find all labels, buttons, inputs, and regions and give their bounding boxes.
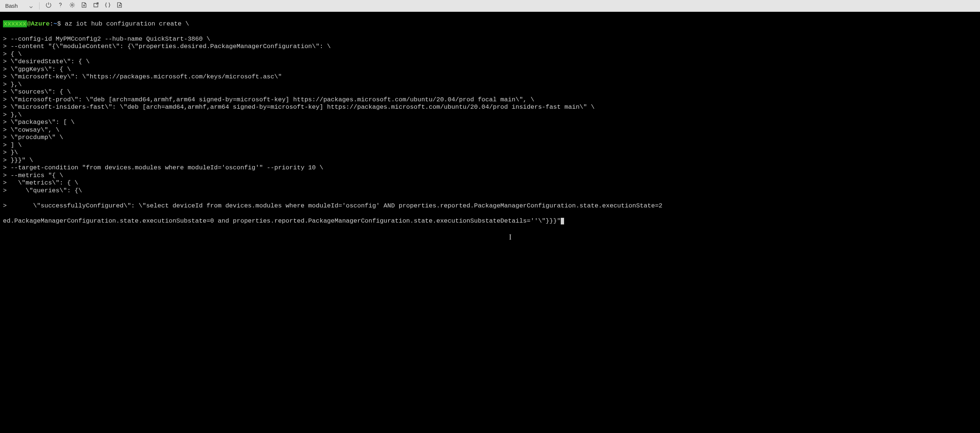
continuation-text: > --metrics "{ \	[3, 172, 63, 179]
settings-button[interactable]	[67, 1, 77, 11]
continuation-text: > }\	[3, 149, 18, 156]
continuation-text: > },\	[3, 111, 22, 118]
terminal-line: > \"metrics\": { \	[3, 179, 978, 187]
toolbar-divider	[39, 2, 40, 10]
continuation-text: > \"cowsay\", \	[3, 126, 59, 134]
shell-selector[interactable]: Bash	[2, 1, 35, 10]
restart-button[interactable]	[43, 1, 54, 11]
web-preview-button[interactable]	[114, 1, 124, 11]
terminal-line: > \"gpgKeys\": { \	[3, 66, 978, 73]
terminal-line: > \"microsoft-insiders-fast\": \"deb [ar…	[3, 104, 978, 111]
text-caret-indicator: I	[509, 233, 512, 241]
braces-icon	[105, 2, 111, 10]
continuation-text: > \"microsoft-prod\": \"deb [arch=amd64,…	[3, 96, 534, 103]
terminal-line: > },\	[3, 111, 978, 119]
continuation-text: > },\	[3, 81, 22, 88]
terminal-line: > \"microsoft-key\": \"https://packages.…	[3, 73, 978, 81]
prompt-at: @	[27, 20, 31, 27]
terminal-line: > }\	[3, 149, 978, 157]
terminal-line: > { \	[3, 51, 978, 58]
continuation-text: > \"queries\": {\	[3, 187, 82, 194]
continuation-wrap: ed.PackageManagerConfiguration.state.exe…	[3, 217, 561, 224]
continuation-text: > \"packages\": [ \	[3, 119, 75, 126]
terminal-line: > \"procdump\" \	[3, 134, 978, 142]
editor-button[interactable]	[102, 1, 113, 11]
prompt-dollar: $	[57, 20, 61, 27]
terminal-line: xxxxxx@Azure:~$ az iot hub configuration…	[3, 20, 978, 28]
prompt-host: Azure	[31, 20, 49, 27]
continuation-text: > --target-condition "from devices.modul…	[3, 164, 323, 171]
terminal-line: > }}}" \	[3, 157, 978, 165]
continuation-text: > \"sources\": { \	[3, 88, 71, 96]
terminal-line: > --metrics "{ \	[3, 172, 978, 180]
continuation-text: > \"metrics\": { \	[3, 179, 78, 186]
file-transfer-icon	[81, 2, 87, 10]
continuation-text: > \"microsoft-insiders-fast\": \"deb [ar…	[3, 104, 595, 110]
continuation-text: > { \	[3, 51, 22, 58]
terminal-line: > \"desiredState\": { \	[3, 58, 978, 66]
continuation-text: > ] \	[3, 142, 22, 149]
command-text: az iot hub configuration create \	[61, 20, 189, 27]
continuation-text: > \"microsoft-key\": \"https://packages.…	[3, 73, 282, 80]
terminal-line: > \"queries\": {\	[3, 187, 978, 195]
prompt-path: ~	[54, 20, 57, 27]
prompt-user: xxxxxx	[3, 20, 27, 27]
terminal-line: > \"packages\": [ \	[3, 119, 978, 126]
terminal-line: > --target-condition "from devices.modul…	[3, 164, 978, 172]
terminal-line: > \"microsoft-prod\": \"deb [arch=amd64,…	[3, 96, 978, 104]
gear-icon	[69, 2, 75, 10]
help-icon	[57, 2, 64, 10]
terminal-line: > --content "{\"moduleContent\": {\"prop…	[3, 43, 978, 51]
svg-point-1	[71, 4, 73, 6]
help-button[interactable]	[55, 1, 65, 11]
preview-icon	[116, 2, 123, 10]
continuation-text: > \"gpgKeys\": { \	[3, 66, 71, 73]
chevron-down-icon	[29, 4, 32, 8]
terminal-pane[interactable]: xxxxxx@Azure:~$ az iot hub configuration…	[0, 12, 980, 433]
continuation-text: > --content "{\"moduleContent\": {\"prop…	[3, 43, 331, 50]
terminal-line: > ] \	[3, 142, 978, 149]
terminal-line: > },\	[3, 81, 978, 89]
terminal-line: ed.PackageManagerConfiguration.state.exe…	[3, 217, 978, 225]
terminal-line: > \"successfullyConfigured\": \"select d…	[3, 202, 978, 210]
block-cursor	[561, 218, 564, 224]
terminal-line: > \"sources\": { \	[3, 88, 978, 96]
cloud-shell-toolbar: Bash	[0, 0, 980, 12]
power-icon	[45, 2, 52, 10]
continuation-text: > \"desiredState\": { \	[3, 58, 90, 65]
open-new-icon	[93, 2, 99, 10]
new-session-button[interactable]	[91, 1, 101, 11]
continuation-text: > \"procdump\" \	[3, 134, 63, 141]
continuation-text: > \"successfullyConfigured\": \"select d…	[3, 202, 662, 209]
upload-download-button[interactable]	[79, 1, 89, 11]
terminal-line: > --config-id MyPMCconfig2 --hub-name Qu…	[3, 35, 978, 43]
shell-selector-label: Bash	[5, 3, 18, 9]
continuation-text: > --config-id MyPMCconfig2 --hub-name Qu…	[3, 35, 210, 43]
terminal-line: > \"cowsay\", \	[3, 126, 978, 134]
continuation-text: > }}}" \	[3, 157, 33, 164]
prompt-colon: :	[49, 20, 53, 27]
